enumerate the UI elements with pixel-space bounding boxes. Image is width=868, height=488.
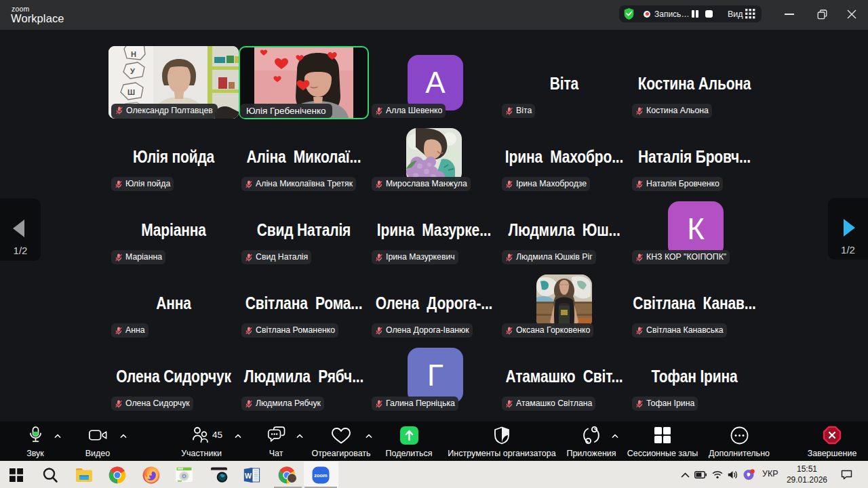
svg-text:W: W <box>245 472 252 480</box>
svg-text:Н: Н <box>131 50 136 58</box>
svg-text:Ш: Ш <box>127 88 135 96</box>
svg-text:zoom: zoom <box>314 472 328 479</box>
svg-text:У: У <box>130 67 135 75</box>
